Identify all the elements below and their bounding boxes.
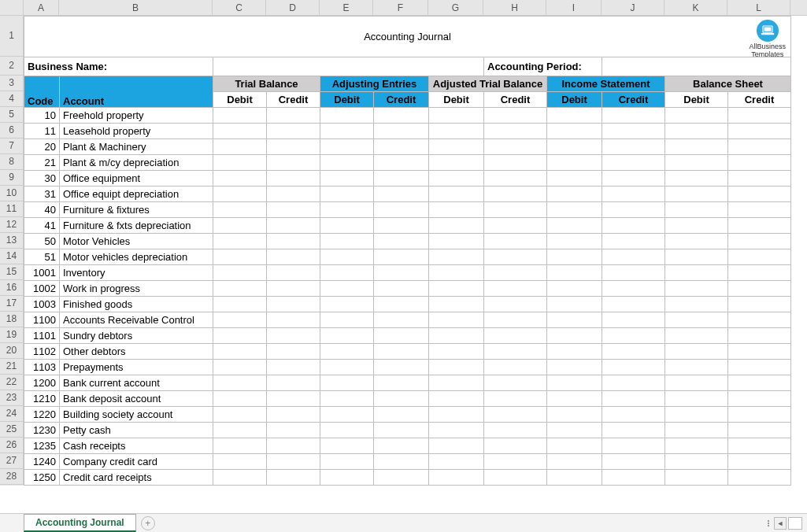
row-header-11[interactable]: 11: [0, 201, 24, 217]
value-cell[interactable]: [267, 470, 320, 486]
code-cell[interactable]: 1235: [24, 438, 60, 454]
code-cell[interactable]: 30: [24, 171, 60, 187]
value-cell[interactable]: [213, 423, 267, 438]
code-cell[interactable]: 10: [24, 108, 60, 124]
row-header-10[interactable]: 10: [0, 186, 24, 201]
row-header-6[interactable]: 6: [0, 123, 24, 139]
value-cell[interactable]: [429, 328, 484, 344]
value-cell[interactable]: [728, 108, 791, 124]
value-cell[interactable]: [320, 265, 374, 281]
value-cell[interactable]: [484, 423, 547, 438]
value-cell[interactable]: [429, 360, 484, 375]
value-cell[interactable]: [213, 438, 267, 454]
value-cell[interactable]: [728, 328, 791, 344]
code-cell[interactable]: 51: [24, 249, 60, 265]
value-cell[interactable]: [602, 344, 665, 360]
row-header-17[interactable]: 17: [0, 296, 24, 312]
account-cell[interactable]: Plant & Machinery: [60, 139, 213, 155]
value-cell[interactable]: [484, 454, 547, 470]
value-cell[interactable]: [484, 344, 547, 360]
value-cell[interactable]: [547, 470, 602, 486]
value-cell[interactable]: [320, 281, 374, 297]
value-cell[interactable]: [374, 344, 429, 360]
value-cell[interactable]: [484, 360, 547, 375]
value-cell[interactable]: [267, 312, 320, 328]
value-cell[interactable]: [665, 234, 728, 249]
value-cell[interactable]: [665, 139, 728, 155]
code-cell[interactable]: 1001: [24, 265, 60, 281]
value-cell[interactable]: [547, 407, 602, 423]
account-cell[interactable]: Plant & m/cy depreciation: [60, 155, 213, 171]
value-cell[interactable]: [602, 312, 665, 328]
code-cell[interactable]: 1002: [24, 281, 60, 297]
value-cell[interactable]: [484, 312, 547, 328]
value-cell[interactable]: [728, 218, 791, 234]
value-cell[interactable]: [484, 375, 547, 391]
code-cell[interactable]: 1102: [24, 344, 60, 360]
account-cell[interactable]: Accounts Receivable Control: [60, 312, 213, 328]
value-cell[interactable]: [320, 218, 374, 234]
row-header-16[interactable]: 16: [0, 280, 24, 296]
value-cell[interactable]: [665, 470, 728, 486]
code-cell[interactable]: 50: [24, 234, 60, 249]
business-name-value[interactable]: [213, 57, 484, 76]
value-cell[interactable]: [267, 407, 320, 423]
account-cell[interactable]: Inventory: [60, 265, 213, 281]
value-cell[interactable]: [213, 265, 267, 281]
value-cell[interactable]: [267, 124, 320, 139]
value-cell[interactable]: [320, 360, 374, 375]
value-cell[interactable]: [665, 218, 728, 234]
value-cell[interactable]: [665, 155, 728, 171]
value-cell[interactable]: [213, 375, 267, 391]
value-cell[interactable]: [547, 139, 602, 155]
value-cell[interactable]: [547, 360, 602, 375]
value-cell[interactable]: [484, 297, 547, 312]
col-header-H[interactable]: H: [483, 0, 546, 15]
value-cell[interactable]: [484, 438, 547, 454]
value-cell[interactable]: [267, 344, 320, 360]
value-cell[interactable]: [429, 423, 484, 438]
code-cell[interactable]: 1101: [24, 328, 60, 344]
value-cell[interactable]: [728, 391, 791, 407]
value-cell[interactable]: [267, 249, 320, 265]
row-header-14[interactable]: 14: [0, 249, 24, 264]
value-cell[interactable]: [374, 265, 429, 281]
value-cell[interactable]: [429, 375, 484, 391]
value-cell[interactable]: [602, 297, 665, 312]
value-cell[interactable]: [665, 171, 728, 187]
value-cell[interactable]: [429, 171, 484, 187]
value-cell[interactable]: [213, 171, 267, 187]
value-cell[interactable]: [665, 202, 728, 218]
value-cell[interactable]: [728, 423, 791, 438]
value-cell[interactable]: [429, 249, 484, 265]
value-cell[interactable]: [484, 249, 547, 265]
account-cell[interactable]: Bank deposit account: [60, 391, 213, 407]
value-cell[interactable]: [374, 438, 429, 454]
row-header-22[interactable]: 22: [0, 375, 24, 390]
value-cell[interactable]: [213, 391, 267, 407]
value-cell[interactable]: [267, 108, 320, 124]
row-header-13[interactable]: 13: [0, 233, 24, 249]
col-header-A[interactable]: A: [24, 0, 59, 15]
account-cell[interactable]: Other debtors: [60, 344, 213, 360]
value-cell[interactable]: [602, 454, 665, 470]
value-cell[interactable]: [484, 187, 547, 202]
account-cell[interactable]: Leasehold property: [60, 124, 213, 139]
value-cell[interactable]: [374, 139, 429, 155]
select-all-corner[interactable]: [0, 0, 24, 15]
value-cell[interactable]: [267, 360, 320, 375]
value-cell[interactable]: [429, 139, 484, 155]
value-cell[interactable]: [484, 202, 547, 218]
account-cell[interactable]: Finished goods: [60, 297, 213, 312]
value-cell[interactable]: [547, 171, 602, 187]
value-cell[interactable]: [602, 202, 665, 218]
value-cell[interactable]: [213, 470, 267, 486]
value-cell[interactable]: [320, 249, 374, 265]
value-cell[interactable]: [602, 155, 665, 171]
account-cell[interactable]: Sundry debtors: [60, 328, 213, 344]
value-cell[interactable]: [484, 218, 547, 234]
value-cell[interactable]: [374, 124, 429, 139]
account-cell[interactable]: Company credit card: [60, 454, 213, 470]
row-header-26[interactable]: 26: [0, 438, 24, 453]
value-cell[interactable]: [213, 124, 267, 139]
